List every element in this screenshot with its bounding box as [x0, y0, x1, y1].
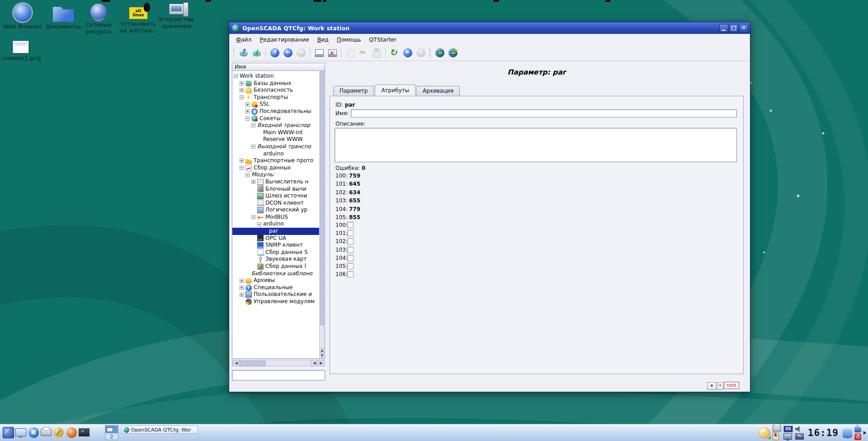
attribute-checkbox[interactable] — [347, 247, 354, 253]
collapse-icon[interactable]: − — [251, 145, 255, 149]
cut-item-button[interactable] — [357, 47, 369, 59]
klipper-icon[interactable] — [773, 432, 779, 440]
tree-item[interactable]: +Транспортные прото — [232, 157, 320, 164]
attribute-checkbox[interactable] — [347, 263, 354, 269]
scrollbar-thumb[interactable] — [320, 71, 325, 325]
tree-item[interactable]: −ModBUS — [232, 214, 320, 221]
scroll-right-icon[interactable]: ▶ — [317, 360, 325, 366]
tree-item[interactable]: +Специальные — [232, 284, 320, 291]
start-menu-launcher[interactable] — [2, 426, 14, 439]
tree-item[interactable]: Сбор данных S — [232, 249, 320, 256]
name-input[interactable] — [351, 109, 737, 117]
tree-horizontal-scrollbar[interactable]: ◀ ◀ ▶ — [232, 360, 325, 366]
tree-item[interactable]: −Транспорты — [232, 94, 320, 101]
tree-item[interactable]: +Архивы — [232, 277, 320, 284]
tray-expander-icon[interactable] — [863, 431, 866, 435]
attribute-checkbox[interactable] — [347, 255, 354, 261]
collapse-icon[interactable]: − — [245, 173, 250, 177]
tree-item[interactable]: −Сокеты — [232, 115, 320, 122]
network-monitor-icon[interactable] — [783, 433, 792, 440]
tree-item[interactable]: Шлюз источни — [232, 192, 320, 200]
tree-item[interactable]: −Сбор данных — [232, 164, 320, 172]
tree-item[interactable]: −Входной транспор — [232, 122, 320, 129]
tree-search-input[interactable] — [232, 370, 325, 380]
tree-item[interactable]: Библиотека шаблоно — [232, 270, 320, 277]
toolbar-handle[interactable] — [233, 47, 235, 58]
tree-item[interactable]: OPC UA — [232, 235, 320, 242]
tab-параметр[interactable]: Параметр — [333, 86, 374, 96]
desktop-icon-network-places[interactable]: Сетевые ресурсы — [77, 4, 120, 35]
tree-vertical-scrollbar[interactable]: ▲ ▼ — [319, 71, 325, 358]
menu-редактирование[interactable]: Редактирование — [256, 35, 313, 44]
tab-атрибуты[interactable]: Атрибуты — [375, 84, 415, 96]
tree-item[interactable]: arduino — [232, 150, 320, 158]
tree-item[interactable]: Сбор данных ( — [232, 263, 320, 270]
minimize-button[interactable] — [719, 24, 728, 33]
web-browser-launcher[interactable] — [65, 426, 78, 439]
maximize-button[interactable] — [729, 24, 738, 33]
menu-qtstarter[interactable]: QTStarter — [365, 35, 401, 44]
tree-item[interactable]: SNMP клиент — [232, 242, 320, 249]
terminal-launcher[interactable] — [78, 426, 90, 439]
collapse-icon[interactable]: − — [257, 222, 261, 226]
lock-session-icon[interactable] — [854, 427, 861, 432]
shutdown-icon[interactable] — [854, 433, 861, 440]
tree-item[interactable]: −Модуль: — [232, 171, 320, 178]
start-updating-button[interactable] — [401, 47, 414, 59]
qtstarter-qtcfg-button[interactable] — [434, 47, 446, 59]
tree-column-header[interactable]: Имя — [232, 63, 325, 71]
desktop-icon-storage-devices[interactable]: Устройства хранения — [155, 4, 198, 29]
expand-icon[interactable]: + — [240, 279, 244, 283]
tree-item[interactable]: Звуковая карт — [232, 256, 320, 263]
refresh-item-button[interactable] — [388, 47, 401, 59]
delete-item-button[interactable] — [326, 47, 338, 59]
qtstarter-vision-button[interactable] — [447, 47, 459, 59]
show-desktop-launcher[interactable] — [14, 426, 27, 439]
status-combo[interactable]: ▼ — [707, 382, 717, 390]
expand-icon[interactable]: + — [251, 180, 255, 184]
tree-item[interactable]: Управление модулям — [232, 298, 320, 305]
expand-icon[interactable]: + — [240, 81, 244, 85]
expand-icon[interactable]: + — [245, 109, 250, 113]
collapse-icon[interactable]: − — [234, 74, 238, 78]
desktop-icon-web-browser[interactable]: Web Browser — [1, 4, 44, 30]
tree-item[interactable]: par — [232, 228, 325, 235]
control-center-launcher[interactable] — [52, 426, 65, 439]
volume-icon[interactable] — [795, 426, 802, 432]
expand-icon[interactable]: + — [240, 159, 244, 163]
add-item-button[interactable] — [313, 47, 325, 59]
tree-item[interactable]: Блочный вычи — [232, 186, 320, 193]
tree-item[interactable]: +Пользовательские и — [232, 291, 320, 298]
collapse-icon[interactable]: − — [245, 117, 250, 121]
titlebar[interactable]: OpenSCADA QTCfg: Work station — [229, 22, 750, 34]
expand-icon[interactable]: + — [245, 103, 250, 107]
close-button[interactable] — [739, 24, 748, 33]
menu-помощь[interactable]: Помощь — [333, 35, 365, 44]
desktop-icon-image-file[interactable]: снимок1.png — [2, 41, 40, 61]
desktop-icon-altlinux-install[interactable]: alt linuxУстановить на жёстки... — [117, 4, 160, 34]
attribute-checkbox[interactable] — [347, 222, 354, 228]
attribute-checkbox[interactable] — [347, 238, 354, 244]
storage-applet-icon[interactable] — [843, 427, 852, 438]
attribute-checkbox[interactable] — [347, 230, 354, 236]
load-from-db-button[interactable] — [237, 47, 250, 59]
collapse-icon[interactable]: − — [240, 166, 244, 170]
taskbar-clock[interactable]: 16:19 — [808, 427, 839, 438]
konqueror-launcher[interactable] — [27, 426, 40, 439]
collapse-icon[interactable]: − — [251, 123, 255, 127]
tree-item[interactable]: DCON клиент — [232, 200, 320, 207]
tree-item[interactable]: −Выходной транспо — [232, 143, 320, 150]
cd-burner-icon[interactable] — [759, 427, 770, 439]
desktop-pager[interactable]: 2 — [105, 425, 118, 440]
tree-item[interactable]: +Безопасность — [232, 87, 320, 94]
scrollbar-thumb[interactable] — [239, 361, 265, 366]
toolbar-handle[interactable] — [429, 47, 431, 58]
taskbar-window-button[interactable]: OpenSCADA QTCfg: Wor — [121, 426, 198, 434]
tab-архивация[interactable]: Архивация — [416, 86, 460, 96]
printer-tray-icon[interactable] — [773, 425, 781, 432]
save-to-db-button[interactable] — [250, 47, 263, 59]
remote-desktop-icon[interactable] — [795, 433, 804, 440]
tree-item[interactable]: Логический ур — [232, 206, 320, 214]
tree-item[interactable]: +Базы данных — [232, 80, 320, 87]
keyboard-layout-indicator[interactable]: US — [783, 426, 793, 432]
